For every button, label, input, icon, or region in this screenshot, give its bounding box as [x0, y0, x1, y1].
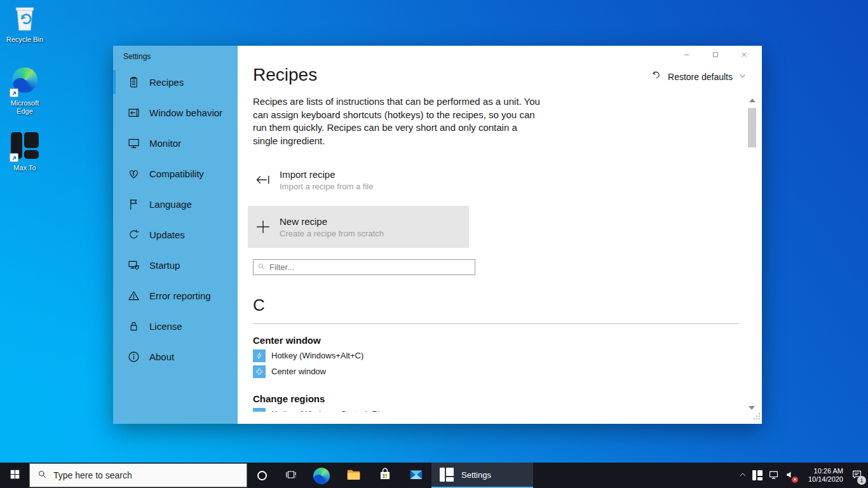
taskbar-search — [29, 463, 247, 487]
tray-chevron-up-button[interactable] — [738, 470, 747, 481]
sidebar-item-label: Monitor — [149, 138, 181, 149]
sidebar-item-label: License — [149, 321, 182, 332]
store-button[interactable] — [369, 463, 401, 488]
sidebar-item-license[interactable]: License — [113, 311, 238, 341]
flag-icon — [126, 196, 141, 212]
restore-defaults-label: Restore defaults — [668, 72, 733, 82]
desktop-icon-max-to[interactable]: Max To — [2, 131, 48, 172]
scroll-down-arrow[interactable] — [749, 406, 755, 410]
import-recipe-button[interactable]: Import recipeImport a recipe from a file — [248, 159, 469, 201]
window-controls — [672, 46, 758, 65]
sidebar-item-about[interactable]: About — [113, 341, 238, 372]
sidebar-item-label: Error reporting — [149, 290, 211, 301]
clock-date: 10/14/2020 — [804, 475, 843, 484]
search-icon — [257, 262, 266, 273]
scroll-up-arrow[interactable] — [749, 98, 756, 102]
recipe-group-center-window: Center windowHotkey (Windows+Alt+C)Cente… — [253, 335, 739, 379]
desktop-icon-microsoft-edge[interactable]: Microsoft Edge — [2, 66, 48, 116]
start-button[interactable] — [0, 463, 29, 488]
taskbar-app-label: Settings — [461, 470, 491, 480]
recycle-bin-icon — [10, 4, 39, 33]
action-subtitle: Import a recipe from a file — [280, 182, 373, 191]
tray-maxto-button[interactable] — [752, 470, 763, 480]
action-title: Import recipe — [280, 169, 373, 180]
maxto-app-icon — [440, 468, 454, 482]
sidebar: Settings RecipesWindow behaviorMonitorCo… — [113, 46, 238, 424]
windows-logo-icon — [10, 469, 20, 482]
recipe-step[interactable]: Center window — [253, 363, 739, 379]
file-explorer-button[interactable] — [337, 463, 369, 488]
restore-defaults-button[interactable]: Restore defaults — [651, 70, 747, 83]
action-subtitle: Create a recipe from scratch — [280, 229, 384, 238]
edge-taskbar-button[interactable] — [306, 463, 337, 488]
sidebar-item-compatibility[interactable]: Compatibility — [113, 158, 238, 189]
sidebar-item-label: Startup — [149, 260, 180, 271]
scrollbar — [748, 98, 756, 410]
recipe-step[interactable]: Hotkey (Windows+Control+R) — [253, 406, 739, 412]
sidebar-item-error-reporting[interactable]: Error reporting — [113, 280, 238, 311]
main-panel: Restore defaults Recipes Recipes are lis… — [238, 46, 762, 424]
sidebar-item-label: About — [149, 351, 174, 362]
taskbar-search-input[interactable] — [53, 470, 247, 480]
section-letter: C — [253, 295, 265, 315]
recipe-step[interactable]: Hotkey (Windows+Alt+C) — [253, 348, 739, 363]
tray-volume-button[interactable]: × — [785, 469, 796, 482]
sidebar-item-monitor[interactable]: Monitor — [113, 128, 238, 158]
settings-window: Settings RecipesWindow behaviorMonitorCo… — [113, 46, 762, 424]
recipe-name: Change regions — [253, 393, 739, 406]
import-icon — [254, 171, 273, 189]
monitor-icon — [126, 135, 141, 151]
sidebar-item-label: Compatibility — [149, 168, 204, 179]
folder-icon — [345, 466, 362, 485]
tray-network-button[interactable] — [768, 468, 780, 482]
task-view-button[interactable] — [276, 463, 306, 488]
sidebar-item-language[interactable]: Language — [113, 189, 238, 219]
clipboard-icon — [126, 74, 141, 90]
maximize-button[interactable] — [701, 46, 729, 65]
maxto-tray-icon — [752, 470, 763, 480]
mail-icon — [408, 466, 424, 485]
maximize-icon — [712, 51, 719, 60]
sidebar-item-updates[interactable]: Updates — [113, 219, 238, 250]
notification-badge: 1 — [857, 476, 866, 485]
taskbar-clock[interactable]: 10:26 AM 10/14/2020 — [804, 467, 843, 484]
close-button[interactable] — [729, 46, 758, 65]
mail-button[interactable] — [401, 463, 431, 488]
edge-icon — [313, 468, 330, 484]
refresh-icon — [126, 227, 141, 242]
taskbar-settings-app-button[interactable]: Settings — [431, 463, 533, 488]
sidebar-item-window-behavior[interactable]: Window behavior — [113, 97, 238, 128]
desktop-icon-label: Max To — [2, 164, 48, 172]
desktop-icon-label: Microsoft Edge — [2, 99, 48, 116]
cortana-button[interactable] — [247, 463, 276, 488]
scrollbar-thumb[interactable] — [748, 108, 756, 147]
new-recipe-button[interactable]: New recipeCreate a recipe from scratch — [248, 206, 469, 248]
chevron-down-icon — [738, 72, 747, 82]
startup-icon — [126, 257, 141, 273]
search-icon — [37, 470, 47, 482]
center-window-icon — [253, 365, 266, 378]
window-title: Settings — [123, 52, 151, 61]
filter-input[interactable] — [269, 262, 475, 272]
action-title: New recipe — [280, 216, 384, 227]
plus-icon — [254, 218, 273, 236]
resize-grip[interactable] — [753, 411, 761, 423]
network-icon — [768, 468, 780, 482]
system-tray: × 10:26 AM 10/14/2020 1 — [738, 463, 868, 488]
lock-icon — [126, 318, 141, 334]
minimize-button[interactable] — [672, 46, 701, 65]
recipe-group-change-regions: Change regionsHotkey (Windows+Control+R) — [253, 393, 739, 412]
action-center-button[interactable]: 1 — [851, 468, 863, 482]
warning-icon — [126, 288, 141, 303]
shortcut-arrow-icon — [10, 88, 18, 97]
heart-icon — [126, 166, 141, 181]
edge-icon — [10, 67, 39, 97]
taskbar: Settings × 10:26 AM 10/14/2020 1 — [0, 463, 868, 488]
filter-box — [253, 259, 475, 275]
sidebar-item-startup[interactable]: Startup — [113, 250, 238, 280]
close-icon — [740, 51, 748, 60]
sidebar-item-label: Window behavior — [149, 107, 222, 118]
page-title: Recipes — [253, 65, 317, 85]
sidebar-item-recipes[interactable]: Recipes — [113, 67, 238, 97]
desktop-icon-recycle-bin[interactable]: Recycle Bin — [2, 4, 48, 44]
